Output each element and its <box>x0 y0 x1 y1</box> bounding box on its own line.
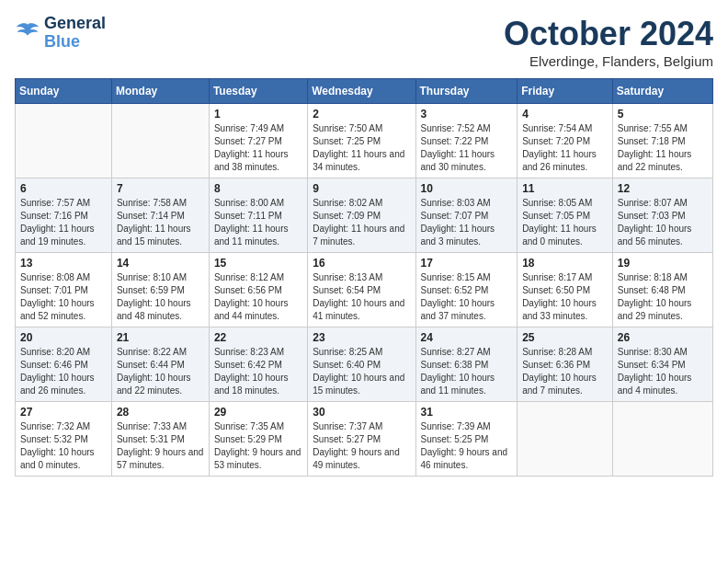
calendar-cell: 15Sunrise: 8:12 AM Sunset: 6:56 PM Dayli… <box>209 253 307 327</box>
calendar-cell <box>518 402 613 477</box>
day-number: 8 <box>214 182 302 195</box>
day-info: Sunrise: 7:35 AM Sunset: 5:29 PM Dayligh… <box>214 420 302 472</box>
day-info: Sunrise: 8:05 AM Sunset: 7:05 PM Dayligh… <box>522 197 608 248</box>
logo: General Blue <box>15 15 106 52</box>
day-number: 20 <box>20 331 107 344</box>
day-info: Sunrise: 7:33 AM Sunset: 5:31 PM Dayligh… <box>117 420 204 472</box>
calendar-cell: 17Sunrise: 8:15 AM Sunset: 6:52 PM Dayli… <box>415 253 518 327</box>
calendar-cell: 22Sunrise: 8:23 AM Sunset: 6:42 PM Dayli… <box>209 327 307 402</box>
calendar-cell: 11Sunrise: 8:05 AM Sunset: 7:05 PM Dayli… <box>518 178 613 253</box>
calendar-cell: 23Sunrise: 8:25 AM Sunset: 6:40 PM Dayli… <box>308 327 415 402</box>
day-info: Sunrise: 8:25 AM Sunset: 6:40 PM Dayligh… <box>313 346 410 397</box>
day-header-tuesday: Tuesday <box>209 79 307 104</box>
day-number: 4 <box>522 108 608 121</box>
calendar-cell: 21Sunrise: 8:22 AM Sunset: 6:44 PM Dayli… <box>111 327 209 402</box>
day-header-monday: Monday <box>111 79 209 104</box>
location: Elverdinge, Flanders, Belgium <box>504 53 713 69</box>
day-number: 24 <box>421 331 513 344</box>
calendar-cell: 25Sunrise: 8:28 AM Sunset: 6:36 PM Dayli… <box>518 327 613 402</box>
calendar-cell: 20Sunrise: 8:20 AM Sunset: 6:46 PM Dayli… <box>16 327 112 402</box>
day-number: 5 <box>618 108 708 121</box>
day-info: Sunrise: 7:39 AM Sunset: 5:25 PM Dayligh… <box>421 420 513 472</box>
calendar-cell: 9Sunrise: 8:02 AM Sunset: 7:09 PM Daylig… <box>308 178 415 253</box>
day-info: Sunrise: 7:54 AM Sunset: 7:20 PM Dayligh… <box>522 122 608 174</box>
day-number: 29 <box>214 406 302 419</box>
day-info: Sunrise: 8:03 AM Sunset: 7:07 PM Dayligh… <box>421 197 513 248</box>
day-header-saturday: Saturday <box>612 79 712 104</box>
day-info: Sunrise: 8:30 AM Sunset: 6:34 PM Dayligh… <box>618 346 708 397</box>
day-info: Sunrise: 7:57 AM Sunset: 7:16 PM Dayligh… <box>20 197 107 248</box>
day-number: 7 <box>117 182 204 195</box>
day-info: Sunrise: 8:10 AM Sunset: 6:59 PM Dayligh… <box>117 271 204 323</box>
calendar-cell: 28Sunrise: 7:33 AM Sunset: 5:31 PM Dayli… <box>111 402 209 477</box>
calendar-cell: 29Sunrise: 7:35 AM Sunset: 5:29 PM Dayli… <box>209 402 307 477</box>
day-number: 28 <box>117 406 204 419</box>
calendar-cell: 10Sunrise: 8:03 AM Sunset: 7:07 PM Dayli… <box>415 178 518 253</box>
day-info: Sunrise: 8:20 AM Sunset: 6:46 PM Dayligh… <box>20 346 107 397</box>
header-row: SundayMondayTuesdayWednesdayThursdayFrid… <box>16 79 713 104</box>
day-number: 11 <box>522 182 608 195</box>
calendar-cell: 16Sunrise: 8:13 AM Sunset: 6:54 PM Dayli… <box>308 253 415 327</box>
day-number: 25 <box>522 331 608 344</box>
calendar-cell: 26Sunrise: 8:30 AM Sunset: 6:34 PM Dayli… <box>612 327 712 402</box>
day-info: Sunrise: 7:37 AM Sunset: 5:27 PM Dayligh… <box>313 420 410 472</box>
day-info: Sunrise: 8:17 AM Sunset: 6:50 PM Dayligh… <box>522 271 608 323</box>
day-info: Sunrise: 7:49 AM Sunset: 7:27 PM Dayligh… <box>214 122 302 174</box>
calendar-cell: 1Sunrise: 7:49 AM Sunset: 7:27 PM Daylig… <box>209 104 307 178</box>
day-header-thursday: Thursday <box>415 79 518 104</box>
day-info: Sunrise: 8:00 AM Sunset: 7:11 PM Dayligh… <box>214 197 302 248</box>
day-info: Sunrise: 8:23 AM Sunset: 6:42 PM Dayligh… <box>214 346 302 397</box>
calendar-cell: 4Sunrise: 7:54 AM Sunset: 7:20 PM Daylig… <box>518 104 613 178</box>
day-number: 13 <box>20 257 107 270</box>
calendar-cell: 30Sunrise: 7:37 AM Sunset: 5:27 PM Dayli… <box>308 402 415 477</box>
day-info: Sunrise: 8:13 AM Sunset: 6:54 PM Dayligh… <box>313 271 410 323</box>
calendar-cell: 31Sunrise: 7:39 AM Sunset: 5:25 PM Dayli… <box>415 402 518 477</box>
day-info: Sunrise: 8:28 AM Sunset: 6:36 PM Dayligh… <box>522 346 608 397</box>
title-block: October 2024 Elverdinge, Flanders, Belgi… <box>504 15 713 69</box>
calendar-cell: 19Sunrise: 8:18 AM Sunset: 6:48 PM Dayli… <box>612 253 712 327</box>
day-number: 27 <box>20 406 107 419</box>
day-number: 12 <box>618 182 708 195</box>
logo-bird-icon <box>15 20 40 46</box>
day-number: 6 <box>20 182 107 195</box>
day-number: 3 <box>421 108 513 121</box>
calendar-cell <box>111 104 209 178</box>
calendar-cell: 3Sunrise: 7:52 AM Sunset: 7:22 PM Daylig… <box>415 104 518 178</box>
day-info: Sunrise: 8:12 AM Sunset: 6:56 PM Dayligh… <box>214 271 302 323</box>
day-number: 21 <box>117 331 204 344</box>
week-row-4: 20Sunrise: 8:20 AM Sunset: 6:46 PM Dayli… <box>16 327 713 402</box>
day-info: Sunrise: 7:58 AM Sunset: 7:14 PM Dayligh… <box>117 197 204 248</box>
day-info: Sunrise: 7:32 AM Sunset: 5:32 PM Dayligh… <box>20 420 107 472</box>
day-number: 22 <box>214 331 302 344</box>
week-row-2: 6Sunrise: 7:57 AM Sunset: 7:16 PM Daylig… <box>16 178 713 253</box>
day-number: 10 <box>421 182 513 195</box>
day-info: Sunrise: 7:55 AM Sunset: 7:18 PM Dayligh… <box>618 122 708 174</box>
day-info: Sunrise: 8:02 AM Sunset: 7:09 PM Dayligh… <box>313 197 410 248</box>
day-info: Sunrise: 8:07 AM Sunset: 7:03 PM Dayligh… <box>618 197 708 248</box>
calendar-cell: 8Sunrise: 8:00 AM Sunset: 7:11 PM Daylig… <box>209 178 307 253</box>
day-info: Sunrise: 8:15 AM Sunset: 6:52 PM Dayligh… <box>421 271 513 323</box>
calendar-cell: 6Sunrise: 7:57 AM Sunset: 7:16 PM Daylig… <box>16 178 112 253</box>
calendar-cell <box>16 104 112 178</box>
day-number: 2 <box>313 108 410 121</box>
day-number: 23 <box>313 331 410 344</box>
week-row-5: 27Sunrise: 7:32 AM Sunset: 5:32 PM Dayli… <box>16 402 713 477</box>
calendar-cell: 27Sunrise: 7:32 AM Sunset: 5:32 PM Dayli… <box>16 402 112 477</box>
day-number: 1 <box>214 108 302 121</box>
calendar-cell: 13Sunrise: 8:08 AM Sunset: 7:01 PM Dayli… <box>16 253 112 327</box>
logo-text: General Blue <box>44 15 106 52</box>
day-number: 17 <box>421 257 513 270</box>
day-header-wednesday: Wednesday <box>308 79 415 104</box>
calendar-cell: 12Sunrise: 8:07 AM Sunset: 7:03 PM Dayli… <box>612 178 712 253</box>
day-number: 30 <box>313 406 410 419</box>
page-header: General Blue October 2024 Elverdinge, Fl… <box>15 15 713 69</box>
calendar-cell: 7Sunrise: 7:58 AM Sunset: 7:14 PM Daylig… <box>111 178 209 253</box>
day-info: Sunrise: 8:08 AM Sunset: 7:01 PM Dayligh… <box>20 271 107 323</box>
calendar-cell <box>612 402 712 477</box>
day-number: 14 <box>117 257 204 270</box>
day-info: Sunrise: 7:52 AM Sunset: 7:22 PM Dayligh… <box>421 122 513 174</box>
calendar-cell: 18Sunrise: 8:17 AM Sunset: 6:50 PM Dayli… <box>518 253 613 327</box>
calendar-cell: 14Sunrise: 8:10 AM Sunset: 6:59 PM Dayli… <box>111 253 209 327</box>
calendar-cell: 2Sunrise: 7:50 AM Sunset: 7:25 PM Daylig… <box>308 104 415 178</box>
day-number: 19 <box>618 257 708 270</box>
